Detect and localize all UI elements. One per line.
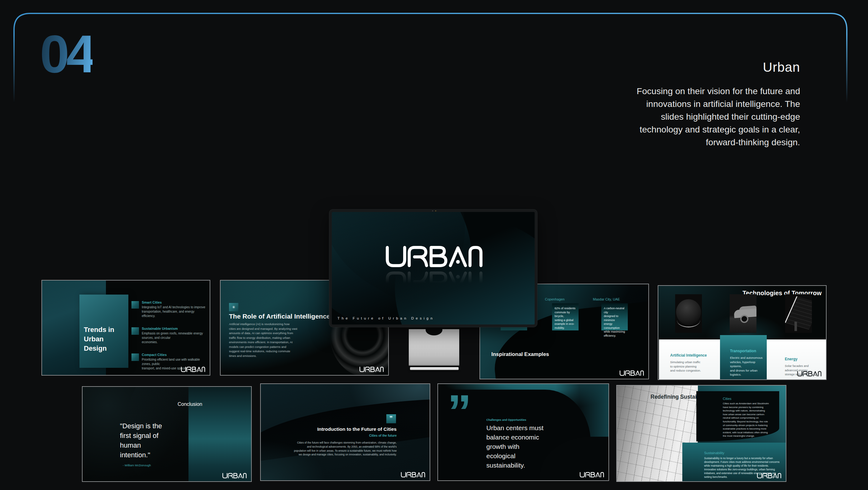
solar-pole [795,322,797,331]
slide-tagline: The Future of Urban Design [337,316,435,320]
example-card: A carbon-neutral city designed to minimi… [601,303,628,330]
slide-thumbnail-conclusion: Conclusion "Design is the first signal o… [82,386,252,482]
car-wheel [740,315,748,323]
slide-title: Conclusion [178,401,202,407]
quote-attribution: - William McDonough [123,463,151,467]
monitor-mockup: The Future of Urban Design [329,210,537,327]
section-body: Cities such as Amsterdam and Stockholm h… [723,402,769,438]
urban-logo-large [383,244,483,269]
page-title: Urban [763,60,800,75]
urban-logo-reflection [383,270,483,294]
solar-panel [785,296,812,330]
urban-logo [180,366,205,372]
item-label: Sustainable Urbanism [142,327,178,330]
slide-title: Inspirational Examples [491,351,549,358]
title-panel: Trends in Urban Design [80,295,128,368]
teal-glow [261,384,430,480]
slide-body: Artificial intelligence (AI) is revoluti… [229,322,297,358]
quote-text: "Design is the first signal of human int… [120,421,162,460]
slide-title: Introduction to the Future of Cities [317,426,397,432]
info-card: Artificial Intelligence Simulating urban… [659,339,720,379]
urban-logo [756,472,781,479]
bullet-square-icon [131,301,139,309]
slide-thumbnail-trends: Trends in Urban Design Smart Cities Inte… [41,280,210,376]
urban-logo [797,371,822,377]
camera-dot-icon [432,210,433,211]
slide-body: Cities of the future will face challenge… [294,441,397,457]
card-label: Energy [785,357,798,361]
urban-logo [619,370,644,376]
item-label: Compact Cities [142,353,167,357]
portfolio-page: 04 Urban Focusing on their vision for th… [0,0,868,490]
slide-title: The Role of Artificial Intelligence [229,313,330,320]
quotation-marks-icon: ” [447,386,472,439]
info-card: Transportation Electric and autonomous v… [720,335,767,379]
quote-label: Challenges and Opportunities [486,418,526,422]
quote-icon: ❞ [386,414,396,423]
waveform-icon: ✳ [229,303,238,311]
indicator-dot-icon [435,210,436,211]
item-body: Integrating IoT and AI technologies to i… [142,305,207,318]
slide-thumbnail-technologies: Technologies of Tomorrow Artificial Inte… [658,285,827,380]
slide-subtitle: Cities of the future [369,434,397,437]
slide-title: Redefining Sustaina [651,394,703,400]
urban-logo [359,366,384,372]
monitor-base [410,367,459,370]
sphere-building-image [675,294,702,333]
monitor-stand [409,329,459,366]
urban-logo [579,471,604,478]
solar-panel-image [785,294,812,333]
quote-text: Urban centers must balance economic grow… [486,423,544,470]
section-label: Cities [723,397,732,401]
urban-logo [400,471,425,478]
card-body: Electric and autonomous vehicles, hyperl… [730,356,767,377]
electric-car-image [730,294,756,333]
card-label: Transportation [730,349,756,353]
title-slide: The Future of Urban Design [332,212,535,325]
section-label: Sustainability [704,451,724,455]
slide-thumbnail-quote: ” Challenges and Opportunities Urban cen… [437,384,609,481]
bullet-square-icon [131,354,139,361]
card-label: Artificial Intelligence [670,353,707,358]
card-label: Masdar City, UAE [593,297,620,301]
card-label: Copenhagen [545,297,564,301]
card-body: Simulating urban traffic to optimize pla… [670,360,701,373]
section-number: 04 [40,27,93,81]
slide-thumbnail-redefining: Redefining Sustaina Cities Cities such a… [616,385,786,482]
slide-thumbnail-introduction: ❞ Introduction to the Future of Cities C… [260,384,430,481]
item-label: Smart Cities [142,301,162,304]
bullet-square-icon [131,327,139,335]
sphere-rim [677,313,700,327]
teal-side-panel [188,387,252,481]
urban-logo [222,472,247,479]
example-card: 62% of residents commute by bicycle, set… [552,303,579,330]
item-body: Emphasis on green roofs, renewable energ… [142,331,207,344]
slide-title: Trends in Urban Design [84,325,128,353]
page-description: Focusing on their vision for the future … [557,85,800,149]
